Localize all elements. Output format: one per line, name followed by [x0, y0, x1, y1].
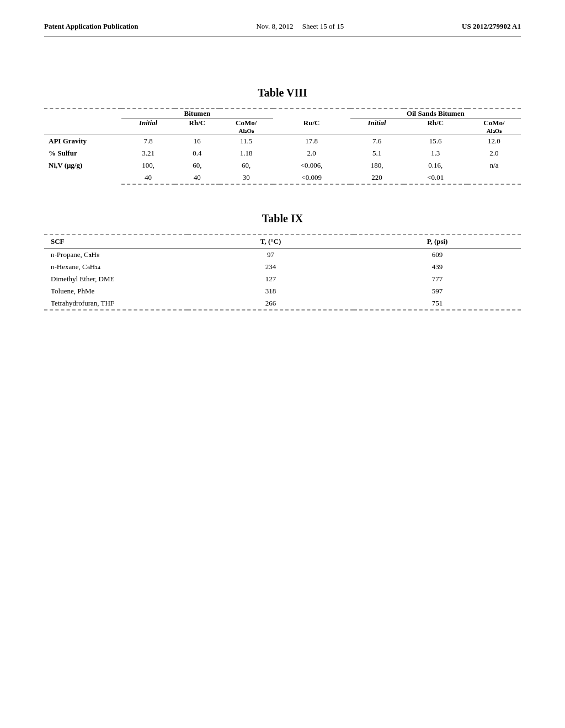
- th-ruc: Ru/C: [273, 119, 350, 128]
- td-api-label: API Gravity: [44, 135, 121, 148]
- th-sub2-5: [350, 127, 404, 135]
- table-row: Ni,V (μg/g) 100, 60, 60, <0.006, 180, 0.…: [44, 159, 521, 172]
- td-sulfur-1: 0.4: [175, 147, 220, 159]
- th-como-1: CoMo/: [220, 119, 273, 128]
- th-initial-1: Initial: [121, 119, 175, 128]
- th-sub2-4: [273, 127, 350, 135]
- td-ix-4-2: 751: [354, 297, 521, 310]
- th-como-2: CoMo/: [467, 119, 521, 128]
- td-ix-4-1: 266: [188, 297, 354, 310]
- table-viii-sub-header-row: Initial Rh/C CoMo/ Ru/C Initial Rh/C CoM…: [44, 119, 521, 128]
- td-niv-0: 100,: [121, 159, 175, 172]
- th-pressure: P, (psi): [354, 234, 521, 249]
- table-row: n-Hexane, C₆H₁₄ 234 439: [44, 261, 521, 273]
- th-empty-2: [273, 109, 350, 119]
- table-ix-title: Table IX: [44, 212, 521, 225]
- header-sheet: Sheet 15 of 15: [302, 22, 344, 30]
- table-viii-sub-header2-row: Al₂O₃ Al₂O₃: [44, 127, 521, 135]
- td-niv-3: <0.006,: [273, 159, 350, 172]
- header-publication-label: Patent Application Publication: [44, 22, 138, 31]
- td-api-2: 11.5: [220, 135, 273, 148]
- td-ix-2-2: 777: [354, 273, 521, 285]
- td-api-0: 7.8: [121, 135, 175, 148]
- td-api-6: 12.0: [467, 135, 521, 148]
- td-sulfur-6: 2.0: [467, 147, 521, 159]
- td-niv2-5: <0.01: [404, 172, 467, 184]
- table-viii-group-header-row: Bitumen Oil Sands Bitumen: [44, 109, 521, 119]
- table-row: n-Propane, C₃H₈ 97 609: [44, 249, 521, 261]
- th-sub2-6: [404, 127, 467, 135]
- td-api-4: 7.6: [350, 135, 404, 148]
- th-scf: SCF: [44, 234, 188, 249]
- td-niv-4: 180,: [350, 159, 404, 172]
- table-ix: SCF T, (°C) P, (psi) n-Propane, C₃H₈ 97 …: [44, 234, 521, 311]
- td-sulfur-3: 2.0: [273, 147, 350, 159]
- th-rhc-2: Rh/C: [404, 119, 467, 128]
- td-ix-0-0: n-Propane, C₃H₈: [44, 249, 188, 261]
- td-niv2-0: 40: [121, 172, 175, 184]
- td-sulfur-2: 1.18: [220, 147, 273, 159]
- table-viii-section: Table VIII Bitumen Oil Sands Bitumen Ini…: [44, 87, 521, 185]
- th-sub-empty: [44, 119, 121, 128]
- header-divider: [44, 36, 521, 37]
- td-ix-1-0: n-Hexane, C₆H₁₄: [44, 261, 188, 273]
- td-niv-1: 60,: [175, 159, 220, 172]
- td-sulfur-4: 5.1: [350, 147, 404, 159]
- td-api-1: 16: [175, 135, 220, 148]
- table-row: Toluene, PhMe 318 597: [44, 285, 521, 297]
- td-niv-5: 0.16,: [404, 159, 467, 172]
- header-patent-number: US 2012/279902 A1: [462, 22, 521, 31]
- td-ix-0-2: 609: [354, 249, 521, 261]
- page: Patent Application Publication Nov. 8, 2…: [0, 0, 565, 728]
- th-temp: T, (°C): [188, 234, 354, 249]
- td-sulfur-5: 1.3: [404, 147, 467, 159]
- th-sub2-2: [175, 127, 220, 135]
- table-row: API Gravity 7.8 16 11.5 17.8 7.6 15.6 12…: [44, 135, 521, 148]
- th-al2o3-1: Al₂O₃: [220, 127, 273, 135]
- td-ix-2-1: 127: [188, 273, 354, 285]
- th-initial-2: Initial: [350, 119, 404, 128]
- td-niv2-6: [467, 172, 521, 184]
- table-ix-section: Table IX SCF T, (°C) P, (psi) n-Propane,…: [44, 212, 521, 311]
- table-viii-title: Table VIII: [44, 87, 521, 99]
- td-niv2-label: [44, 172, 121, 184]
- table-row: Tetrahydrofuran, THF 266 751: [44, 297, 521, 310]
- td-ix-1-1: 234: [188, 261, 354, 273]
- header-date-sheet: Nov. 8, 2012 Sheet 15 of 15: [256, 22, 344, 31]
- th-empty-1: [44, 109, 121, 119]
- th-oil-sands: Oil Sands Bitumen: [350, 109, 521, 119]
- td-niv2-4: 220: [350, 172, 404, 184]
- td-ix-4-0: Tetrahydrofuran, THF: [44, 297, 188, 310]
- td-niv2-3: <0.009: [273, 172, 350, 184]
- table-ix-header-row: SCF T, (°C) P, (psi): [44, 234, 521, 249]
- td-ix-3-2: 597: [354, 285, 521, 297]
- td-niv2-1: 40: [175, 172, 220, 184]
- th-sub2-1: [121, 127, 175, 135]
- td-ix-3-1: 318: [188, 285, 354, 297]
- td-ix-1-2: 439: [354, 261, 521, 273]
- td-niv-label: Ni,V (μg/g): [44, 159, 121, 172]
- th-bitumen: Bitumen: [121, 109, 273, 119]
- table-viii: Bitumen Oil Sands Bitumen Initial Rh/C C…: [44, 108, 521, 185]
- td-sulfur-0: 3.21: [121, 147, 175, 159]
- td-ix-2-0: Dimethyl Ether, DME: [44, 273, 188, 285]
- table-row: 40 40 30 <0.009 220 <0.01: [44, 172, 521, 184]
- table-row: Dimethyl Ether, DME 127 777: [44, 273, 521, 285]
- td-ix-3-0: Toluene, PhMe: [44, 285, 188, 297]
- th-al2o3-2: Al₂O₃: [467, 127, 521, 135]
- td-api-3: 17.8: [273, 135, 350, 148]
- td-niv-2: 60,: [220, 159, 273, 172]
- td-niv2-2: 30: [220, 172, 273, 184]
- th-sub2-empty: [44, 127, 121, 135]
- td-api-5: 15.6: [404, 135, 467, 148]
- page-header: Patent Application Publication Nov. 8, 2…: [44, 22, 521, 31]
- th-rhc-1: Rh/C: [175, 119, 220, 128]
- td-ix-0-1: 97: [188, 249, 354, 261]
- table-row: % Sulfur 3.21 0.4 1.18 2.0 5.1 1.3 2.0: [44, 147, 521, 159]
- td-sulfur-label: % Sulfur: [44, 147, 121, 159]
- td-niv-6: n/a: [467, 159, 521, 172]
- header-date: Nov. 8, 2012: [256, 22, 293, 30]
- main-content: Table VIII Bitumen Oil Sands Bitumen Ini…: [44, 53, 521, 311]
